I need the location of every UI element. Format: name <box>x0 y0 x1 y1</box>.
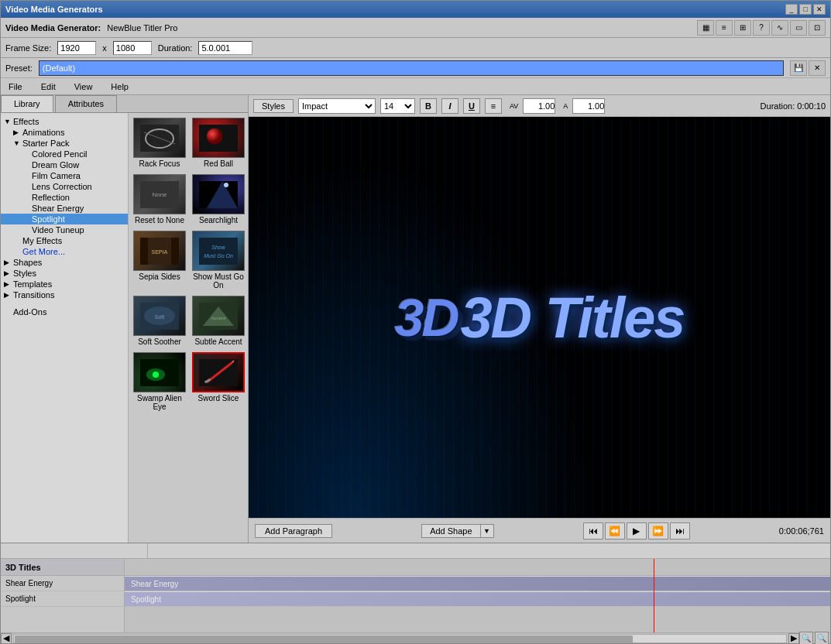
timecode-display: 0:00:06;761 <box>779 526 824 536</box>
size-select[interactable]: 14 <box>380 98 415 114</box>
expand-animations-icon: ▶ <box>13 128 22 136</box>
preset-input[interactable] <box>39 60 784 76</box>
svg-text:Accent: Accent <box>211 316 226 320</box>
clip-spotlight[interactable]: Spotlight <box>125 592 830 606</box>
subtle-visual: Accent <box>199 303 238 330</box>
menu-help[interactable]: Help <box>108 81 132 92</box>
tree-item-spotlight[interactable]: Spotlight <box>1 214 128 224</box>
toolbar-icons: ▦ ≡ ⊞ ? ∿ ▭ ⊡ <box>697 20 826 36</box>
align-button[interactable]: ≡ <box>485 98 502 114</box>
tree-item-addons[interactable]: Add-Ons <box>1 307 128 317</box>
thumb-rack-focus[interactable]: Rack Focus <box>132 116 187 170</box>
soft-visual: Soft <box>140 303 179 330</box>
tree-item-film-camera[interactable]: Film Camera <box>1 170 128 181</box>
preset-icons: 💾 ✕ <box>790 60 826 76</box>
play-button[interactable]: ▶ <box>627 522 647 540</box>
thumb-sepia[interactable]: SEPIA Sepia Sides <box>132 229 187 291</box>
add-shape-dropdown[interactable]: ▼ <box>480 524 494 538</box>
thumb-show-must-label: Show Must Go On <box>192 272 245 289</box>
zoom-out-button[interactable]: 🔍 <box>815 632 829 645</box>
tree-item-lens-correction[interactable]: Lens Correction <box>1 181 128 192</box>
thumb-swamp[interactable]: Swamp Alien Eye <box>132 351 187 413</box>
waveform-icon[interactable]: ∿ <box>771 20 788 36</box>
bold-button[interactable]: B <box>420 98 437 114</box>
lead-input[interactable] <box>572 98 605 114</box>
thumb-sword-label: Sword Slice <box>198 394 239 402</box>
skip-start-button[interactable]: ⏮ <box>583 522 603 540</box>
thumb-red-ball-img <box>192 118 245 158</box>
tree-item-colored-pencil[interactable]: Colored Pencil <box>1 149 128 159</box>
thumb-searchlight[interactable]: Searchlight <box>191 173 246 226</box>
add-shape-button[interactable]: Add Shape <box>421 524 479 538</box>
help-icon[interactable]: ? <box>753 20 770 36</box>
export-icon[interactable]: ⊡ <box>809 20 826 36</box>
bottom-controls: Add Paragraph Add Shape ▼ ⏮ ⏪ ▶ ⏩ ⏭ 0:00… <box>249 518 830 543</box>
thumb-sword-img <box>192 352 245 392</box>
prev-frame-button[interactable]: ⏪ <box>605 522 625 540</box>
h-scroll-track[interactable] <box>13 634 787 643</box>
svg-text:Soft: Soft <box>155 314 165 320</box>
view-icon-2[interactable]: ≡ <box>716 20 733 36</box>
thumbnails-panel: Rack Focus <box>129 113 248 543</box>
height-input[interactable] <box>113 41 152 55</box>
font-select[interactable]: Impact <box>298 98 376 114</box>
monitor-icon[interactable]: ▭ <box>790 20 807 36</box>
scroll-right-button[interactable]: ▶ <box>788 633 799 644</box>
tree-item-animations[interactable]: ▶ Animations <box>1 127 128 138</box>
italic-button[interactable]: I <box>441 98 458 114</box>
scroll-left-button[interactable]: ◀ <box>1 633 12 644</box>
tree-item-transitions[interactable]: ▶ Transitions <box>1 289 128 300</box>
tree-item-styles[interactable]: ▶ Styles <box>1 268 128 279</box>
tree-item-video-tuneup[interactable]: Video Tuneup <box>1 224 128 235</box>
underline-button[interactable]: U <box>463 98 480 114</box>
menu-view[interactable]: View <box>71 81 96 92</box>
tree-item-reflection[interactable]: Reflection <box>1 192 128 203</box>
tree-item-effects[interactable]: ▼ Effects <box>1 116 128 127</box>
clip-shear-energy[interactable]: Shear Energy <box>125 577 830 591</box>
svg-point-6 <box>207 128 222 144</box>
skip-end-button[interactable]: ⏭ <box>670 522 690 540</box>
tree-item-shapes[interactable]: ▶ Shapes <box>1 257 128 268</box>
maximize-button[interactable]: □ <box>799 4 812 15</box>
thumb-show-must[interactable]: Show Must Go On Show Must Go On <box>191 229 246 291</box>
thumb-subtle[interactable]: Accent Subtle Accent <box>191 294 246 348</box>
thumb-red-ball[interactable]: Red Ball <box>191 116 246 170</box>
tab-library[interactable]: Library <box>1 95 53 112</box>
close-button[interactable]: ✕ <box>813 4 826 15</box>
zoom-in-button[interactable]: 🔍 <box>799 632 813 645</box>
tree-item-my-effects[interactable]: My Effects <box>1 235 128 246</box>
tree-item-templates[interactable]: ▶ Templates <box>1 279 128 289</box>
width-input[interactable] <box>57 41 96 55</box>
close-preset-button[interactable]: ✕ <box>809 60 826 76</box>
add-paragraph-button[interactable]: Add Paragraph <box>255 524 332 538</box>
menu-edit[interactable]: Edit <box>38 81 59 92</box>
thumb-reset[interactable]: None Reset to None <box>132 173 187 226</box>
tree-item-shear-energy[interactable]: Shear Energy <box>1 203 128 214</box>
minimize-button[interactable]: _ <box>785 4 798 15</box>
preview-title-group: 3D 3D 3D Titles <box>394 285 684 351</box>
kern-input[interactable] <box>523 98 555 114</box>
menu-file[interactable]: File <box>5 81 26 92</box>
h-scroll-thumb[interactable] <box>15 635 633 643</box>
tab-attributes[interactable]: Attributes <box>55 95 117 112</box>
next-frame-button[interactable]: ⏩ <box>648 522 668 540</box>
tree-item-get-more[interactable]: Get More... <box>1 246 128 257</box>
thumb-sword[interactable]: Sword Slice <box>191 351 246 413</box>
view-icon-3[interactable]: ⊞ <box>734 20 751 36</box>
view-icon-1[interactable]: ▦ <box>697 20 714 36</box>
timeline-area: 0:01 0:02 0:03 0:04 0:05 0:06 0:07 3D Ti… <box>1 543 830 643</box>
thumb-soft[interactable]: Soft Soft Soother <box>132 294 187 348</box>
tree-item-starter-pack[interactable]: ▼ Starter Pack <box>1 138 128 149</box>
save-preset-button[interactable]: 💾 <box>790 60 807 76</box>
tree-label-addons: Add-Ons <box>13 307 46 317</box>
title-controls: _ □ ✕ <box>785 4 826 15</box>
styles-button[interactable]: Styles <box>253 99 294 113</box>
tree-label-shapes: Shapes <box>13 258 42 267</box>
tree-item-dream-glow[interactable]: Dream Glow <box>1 159 128 170</box>
searchlight-visual <box>199 181 238 208</box>
duration-input[interactable] <box>198 41 252 55</box>
thumb-searchlight-label: Searchlight <box>199 216 238 224</box>
svg-point-10 <box>224 183 228 187</box>
tracks-header <box>125 559 830 576</box>
preview-3d: 3D <box>394 287 457 348</box>
